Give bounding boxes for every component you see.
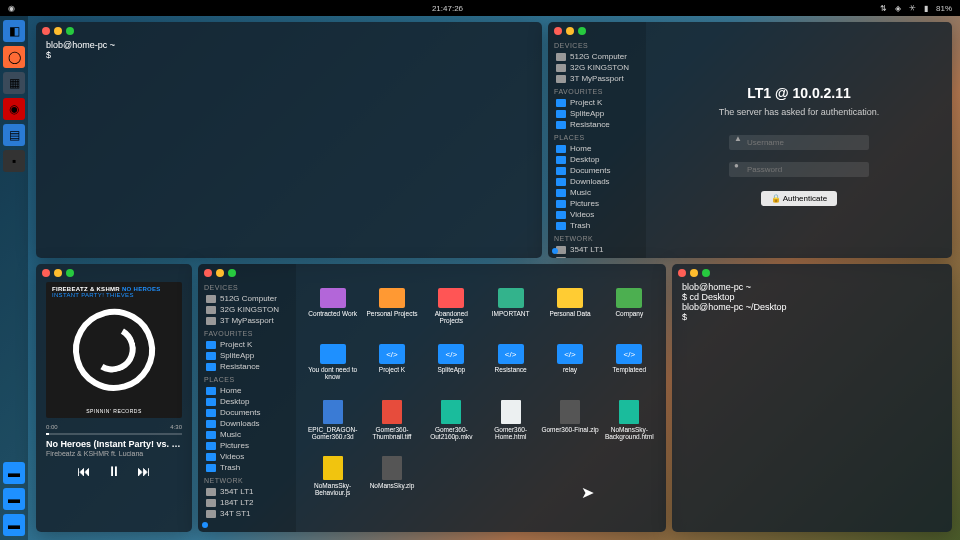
close-button[interactable] xyxy=(42,269,50,277)
dock-files-3[interactable]: ▬ xyxy=(3,514,25,536)
music-player[interactable]: FIREBEATZ & KSHMR NO HEROES INSTANT PART… xyxy=(36,264,192,532)
close-button[interactable] xyxy=(204,269,212,277)
sidebar-item[interactable]: 34T ST1 xyxy=(204,508,290,519)
progress-bar[interactable] xyxy=(46,433,182,435)
username-input[interactable] xyxy=(729,135,869,150)
file-browser[interactable]: DEVICES512G Computer32G KINGSTON3T MyPas… xyxy=(198,264,666,532)
maximize-button[interactable] xyxy=(578,27,586,35)
sidebar-item[interactable]: Home xyxy=(204,385,290,396)
file-item[interactable]: Templateed xyxy=(601,344,658,398)
maximize-button[interactable] xyxy=(228,269,236,277)
sidebar-item[interactable]: 184T LT2 xyxy=(554,255,640,258)
file-item[interactable]: Resistance xyxy=(482,344,539,398)
dock-app-1[interactable]: ◧ xyxy=(3,20,25,42)
spinnin-logo xyxy=(64,300,164,400)
battery-icon[interactable]: ▮ xyxy=(924,4,928,13)
sidebar-item[interactable]: 354T LT1 xyxy=(554,244,640,255)
sidebar-item[interactable]: Trash xyxy=(554,220,640,231)
minimize-button[interactable] xyxy=(54,27,62,35)
file-item[interactable]: SpliteApp xyxy=(423,344,480,398)
prev-button[interactable]: ⏮ xyxy=(77,463,91,479)
file-manager-auth[interactable]: DEVICES512G Computer32G KINGSTON3T MyPas… xyxy=(548,22,952,258)
file-item[interactable]: Abandoned Projects xyxy=(423,288,480,342)
sidebar-item[interactable]: Music xyxy=(554,187,640,198)
sidebar-item[interactable]: Downloads xyxy=(554,176,640,187)
dock-files-2[interactable]: ▬ xyxy=(3,488,25,510)
minimize-button[interactable] xyxy=(690,269,698,277)
sidebar-item[interactable]: Desktop xyxy=(554,154,640,165)
file-item[interactable]: EPIC_DRAGON-Gomer360.r3d xyxy=(304,400,361,454)
sidebar-item[interactable]: 32G KINGSTON xyxy=(204,304,290,315)
sidebar-item[interactable]: Resistance xyxy=(554,119,640,130)
sidebar-item[interactable]: 512G Computer xyxy=(204,293,290,304)
sidebar-item[interactable]: Documents xyxy=(204,407,290,418)
track-title: No Heroes (Instant Party! vs. Pa... xyxy=(46,439,182,449)
authenticate-button[interactable]: 🔒 Authenticate xyxy=(761,191,837,206)
sidebar-item[interactable]: Videos xyxy=(204,451,290,462)
dock-app-4[interactable]: ◉ xyxy=(3,98,25,120)
dock-app-5[interactable]: ▤ xyxy=(3,124,25,146)
sidebar-item[interactable]: Downloads xyxy=(204,418,290,429)
signal-icon[interactable]: ◈ xyxy=(895,4,901,13)
sidebar-item[interactable]: 184T LT2 xyxy=(204,497,290,508)
maximize-button[interactable] xyxy=(702,269,710,277)
sidebar-item[interactable]: Project K xyxy=(554,97,640,108)
sidebar-item[interactable]: SpliteApp xyxy=(554,108,640,119)
sidebar-item[interactable]: Videos xyxy=(554,209,640,220)
sidebar-item[interactable]: Music xyxy=(204,429,290,440)
sidebar-item[interactable]: Resistance xyxy=(204,361,290,372)
file-item[interactable]: NoMansSky-Behaviour.js xyxy=(304,456,361,510)
sidebar-item[interactable]: Project K xyxy=(204,339,290,350)
sidebar-item[interactable]: SpliteApp xyxy=(204,350,290,361)
file-item[interactable]: Contracted Work xyxy=(304,288,361,342)
dock-firefox[interactable]: ◯ xyxy=(3,46,25,68)
file-item[interactable]: Personal Data xyxy=(541,288,598,342)
wifi-icon[interactable]: ⇅ xyxy=(880,4,887,13)
dock-app-3[interactable]: ▦ xyxy=(3,72,25,94)
file-item[interactable]: NoMansSky-Background.html xyxy=(601,400,658,454)
minimize-button[interactable] xyxy=(54,269,62,277)
sidebar-item[interactable]: Desktop xyxy=(204,396,290,407)
bluetooth-icon[interactable]: ⚹ xyxy=(909,3,916,13)
maximize-button[interactable] xyxy=(66,27,74,35)
minimize-button[interactable] xyxy=(566,27,574,35)
sidebar-item[interactable]: Pictures xyxy=(554,198,640,209)
file-item[interactable]: Gomer360-Thumbnail.tiff xyxy=(363,400,420,454)
password-input[interactable] xyxy=(729,162,869,177)
file-item[interactable]: Personal Projects xyxy=(363,288,420,342)
close-button[interactable] xyxy=(42,27,50,35)
sidebar-item[interactable]: Documents xyxy=(554,165,640,176)
terminal-secondary[interactable]: blob@home-pc ~ $ cd Desktop blob@home-pc… xyxy=(672,264,952,532)
file-item[interactable]: Gomer360-Home.html xyxy=(482,400,539,454)
file-item[interactable]: Gomer360-Out2160p.mkv xyxy=(423,400,480,454)
clock: 21:47:26 xyxy=(432,4,463,13)
close-button[interactable] xyxy=(554,27,562,35)
sidebar-item[interactable]: 3T MyPassport xyxy=(554,73,640,84)
sidebar-item[interactable]: Pictures xyxy=(204,440,290,451)
file-item[interactable]: relay xyxy=(541,344,598,398)
file-item[interactable]: IMPORTANT xyxy=(482,288,539,342)
file-item[interactable]: You dont need to know xyxy=(304,344,361,398)
minimize-button[interactable] xyxy=(216,269,224,277)
sidebar-item[interactable]: 32G KINGSTON xyxy=(554,62,640,73)
file-item[interactable]: NoMansSky.zip xyxy=(363,456,420,510)
sidebar-item[interactable]: 3T MyPassport xyxy=(204,315,290,326)
sidebar-item[interactable]: Trash xyxy=(204,462,290,473)
sidebar-item[interactable]: 512G Computer xyxy=(554,51,640,62)
dock-files-1[interactable]: ▬ xyxy=(3,462,25,484)
file-item[interactable]: Company xyxy=(601,288,658,342)
pause-button[interactable]: ⏸ xyxy=(107,463,121,479)
dock-terminal[interactable]: ▪ xyxy=(3,150,25,172)
badge-icon xyxy=(552,248,558,254)
file-item[interactable]: Project K xyxy=(363,344,420,398)
close-button[interactable] xyxy=(678,269,686,277)
sidebar-item[interactable]: Home xyxy=(554,143,640,154)
file-item[interactable]: Gomer360-Final.zip xyxy=(541,400,598,454)
maximize-button[interactable] xyxy=(66,269,74,277)
sidebar-item[interactable]: 354T LT1 xyxy=(204,486,290,497)
top-bar: ◉ 21:47:26 ⇅ ◈ ⚹ ▮ 81% xyxy=(0,0,960,16)
launcher-icon[interactable]: ◉ xyxy=(8,4,15,13)
album-art: FIREBEATZ & KSHMR NO HEROES INSTANT PART… xyxy=(46,282,182,418)
terminal-main[interactable]: blob@home-pc ~ $ xyxy=(36,22,542,258)
next-button[interactable]: ⏭ xyxy=(137,463,151,479)
